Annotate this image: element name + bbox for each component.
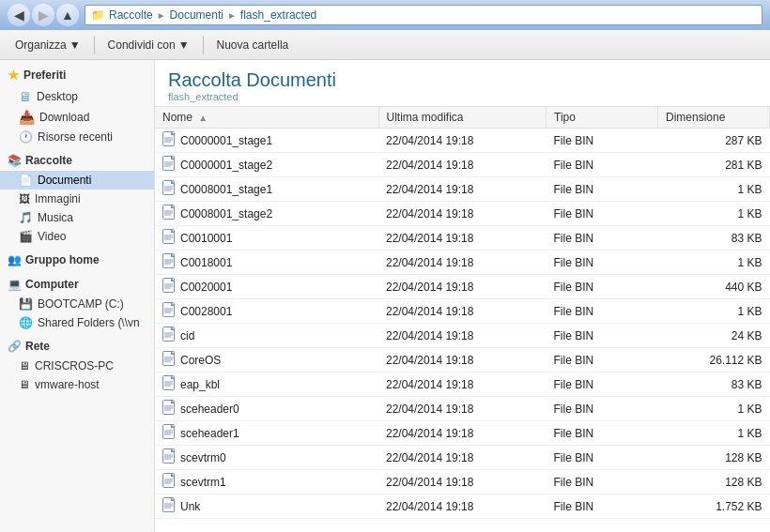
table-row[interactable]: sceheader122/04/2014 19:18File BIN1 KB xyxy=(155,421,770,446)
table-row[interactable]: scevtrm122/04/2014 19:18File BIN128 KB xyxy=(155,470,770,494)
table-row[interactable]: C002000122/04/2014 19:18File BIN440 KB xyxy=(155,275,770,299)
file-name-cell: C0008001_stage1 xyxy=(155,177,378,202)
table-row[interactable]: cid22/04/2014 19:18File BIN24 KB xyxy=(155,324,770,348)
column-header-type[interactable]: Tipo xyxy=(547,107,658,129)
table-row[interactable]: C001800122/04/2014 19:18File BIN1 KB xyxy=(155,251,770,275)
sidebar-item-desktop[interactable]: 🖥 Desktop xyxy=(0,86,154,107)
file-type: File BIN xyxy=(547,348,658,372)
file-date: 22/04/2014 19:18 xyxy=(378,202,547,226)
file-type: File BIN xyxy=(547,275,658,299)
content-subtitle: flash_extracted xyxy=(168,91,757,102)
file-type: File BIN xyxy=(547,299,658,324)
nuova-cartella-button[interactable]: Nuova cartella xyxy=(209,35,297,55)
vmware-icon: 🖥 xyxy=(19,378,30,391)
file-name-cell: cid xyxy=(155,324,378,348)
file-list[interactable]: Nome ▲ Ultima modifica Tipo Dimensione xyxy=(155,107,770,532)
up-button[interactable]: ▲ xyxy=(56,4,79,26)
recent-icon: 🕐 xyxy=(19,130,33,144)
file-name-cell: sceheader0 xyxy=(155,397,378,421)
bin-file-icon xyxy=(162,327,176,344)
organizza-arrow-icon: ▼ xyxy=(69,38,81,52)
sidebar-section-title-gruppo-home[interactable]: 👥 Gruppo home xyxy=(0,250,154,270)
file-date: 22/04/2014 19:18 xyxy=(378,251,547,275)
file-date: 22/04/2014 19:18 xyxy=(378,372,547,397)
file-type: File BIN xyxy=(547,129,658,153)
file-size: 1 KB xyxy=(658,202,770,226)
sidebar-item-video[interactable]: 🎬 Video xyxy=(0,227,154,246)
table-row[interactable]: C0008001_stage222/04/2014 19:18File BIN1… xyxy=(155,202,770,226)
column-header-name[interactable]: Nome ▲ xyxy=(155,107,378,129)
sidebar-item-vmware-host[interactable]: 🖥 vmware-host xyxy=(0,375,154,394)
sidebar-item-shared-folders[interactable]: 🌐 Shared Folders (\\vn xyxy=(0,313,154,332)
column-header-size[interactable]: Dimensione xyxy=(658,107,770,129)
sidebar-item-bootcamp[interactable]: 💾 BOOTCAMP (C:) xyxy=(0,295,154,313)
sidebar-section-title-computer[interactable]: 💻 Computer xyxy=(0,274,154,295)
sidebar-section-title-preferiti[interactable]: ★ Preferiti xyxy=(0,64,154,86)
documenti-label: Documenti xyxy=(38,174,91,187)
star-icon: ★ xyxy=(8,68,20,83)
file-size: 281 KB xyxy=(658,153,770,177)
file-name-cell: Unk xyxy=(155,494,378,519)
file-name-cell: eap_kbl xyxy=(155,372,378,397)
table-row[interactable]: C0000001_stage222/04/2014 19:18File BIN2… xyxy=(155,153,770,177)
breadcrumb-item-raccolte[interactable]: Raccolte xyxy=(109,8,153,22)
table-row[interactable]: C0008001_stage122/04/2014 19:18File BIN1… xyxy=(155,177,770,202)
file-table: Nome ▲ Ultima modifica Tipo Dimensione xyxy=(155,107,770,519)
content-header: Raccolta Documenti flash_extracted xyxy=(155,60,770,107)
sidebar-item-musica[interactable]: 🎵 Musica xyxy=(0,208,154,227)
file-date: 22/04/2014 19:18 xyxy=(378,494,547,519)
sidebar-item-criscros-pc[interactable]: 🖥 CRISCROS-PC xyxy=(0,357,154,375)
sidebar-item-risorse-recenti[interactable]: 🕐 Risorse recenti xyxy=(0,128,154,146)
organizza-button[interactable]: Organizza ▼ xyxy=(8,35,88,55)
sidebar-section-raccolte: 📚 Raccolte 📄 Documenti 🖼 Immagini 🎵 Musi… xyxy=(0,150,154,246)
breadcrumb-item-documenti[interactable]: Documenti xyxy=(170,8,223,22)
table-row[interactable]: scevtrm022/04/2014 19:18File BIN128 KB xyxy=(155,446,770,470)
sidebar-item-documenti[interactable]: 📄 Documenti xyxy=(0,171,154,190)
risorse-recenti-label: Risorse recenti xyxy=(38,130,113,144)
table-row[interactable]: C0000001_stage122/04/2014 19:18File BIN2… xyxy=(155,129,770,153)
bin-file-icon xyxy=(162,375,176,393)
column-header-date[interactable]: Ultima modifica xyxy=(378,107,547,129)
file-type: File BIN xyxy=(547,153,658,177)
forward-button[interactable]: ▶ xyxy=(32,4,54,26)
file-type: File BIN xyxy=(547,202,658,226)
table-row[interactable]: CoreOS22/04/2014 19:18File BIN26.112 KB xyxy=(155,348,770,372)
back-button[interactable]: ◀ xyxy=(8,4,30,26)
immagini-label: Immagini xyxy=(35,192,81,205)
network-icon: 🔗 xyxy=(8,340,22,353)
sidebar-item-download[interactable]: 📥 Download xyxy=(0,107,154,128)
organizza-label: Organizza xyxy=(15,38,67,52)
table-row[interactable]: sceheader022/04/2014 19:18File BIN1 KB xyxy=(155,397,770,421)
file-type: File BIN xyxy=(547,372,658,397)
download-icon: 📥 xyxy=(19,110,35,125)
sort-arrow-icon: ▲ xyxy=(198,113,208,123)
file-date: 22/04/2014 19:18 xyxy=(378,177,547,202)
file-date: 22/04/2014 19:18 xyxy=(378,446,547,470)
file-name-cell: C0000001_stage2 xyxy=(155,153,378,177)
table-row[interactable]: Unk22/04/2014 19:18File BIN1.752 KB xyxy=(155,494,770,519)
table-row[interactable]: eap_kbl22/04/2014 19:18File BIN83 KB xyxy=(155,372,770,397)
file-name-cell: scevtrm1 xyxy=(155,470,378,494)
condividi-button[interactable]: Condividi con ▼ xyxy=(100,35,197,55)
sidebar-section-title-raccolte[interactable]: 📚 Raccolte xyxy=(0,150,154,171)
file-size: 287 KB xyxy=(658,129,770,153)
content-area: Raccolta Documenti flash_extracted Nome … xyxy=(155,60,770,532)
sidebar-section-rete: 🔗 Rete 🖥 CRISCROS-PC 🖥 vmware-host xyxy=(0,336,154,394)
sidebar-item-immagini[interactable]: 🖼 Immagini xyxy=(0,190,154,208)
file-date: 22/04/2014 19:18 xyxy=(378,324,547,348)
video-icon: 🎬 xyxy=(19,230,33,243)
file-name-cell: C0000001_stage1 xyxy=(155,129,378,153)
nuova-cartella-label: Nuova cartella xyxy=(217,38,289,52)
sidebar-section-preferiti: ★ Preferiti 🖥 Desktop 📥 Download 🕐 Risor… xyxy=(0,64,154,146)
table-row[interactable]: C002800122/04/2014 19:18File BIN1 KB xyxy=(155,299,770,324)
file-size: 1 KB xyxy=(658,421,770,446)
breadcrumb-item-flash-extracted[interactable]: flash_extracted xyxy=(240,8,316,22)
file-name-cell: C0020001 xyxy=(155,275,378,299)
bin-file-icon xyxy=(162,400,176,418)
docs-icon: 📄 xyxy=(19,174,33,187)
bin-file-icon xyxy=(162,424,176,442)
table-row[interactable]: C001000122/04/2014 19:18File BIN83 KB xyxy=(155,226,770,251)
sidebar-section-title-rete[interactable]: 🔗 Rete xyxy=(0,336,154,357)
file-size: 24 KB xyxy=(658,324,770,348)
video-label: Video xyxy=(38,230,66,243)
